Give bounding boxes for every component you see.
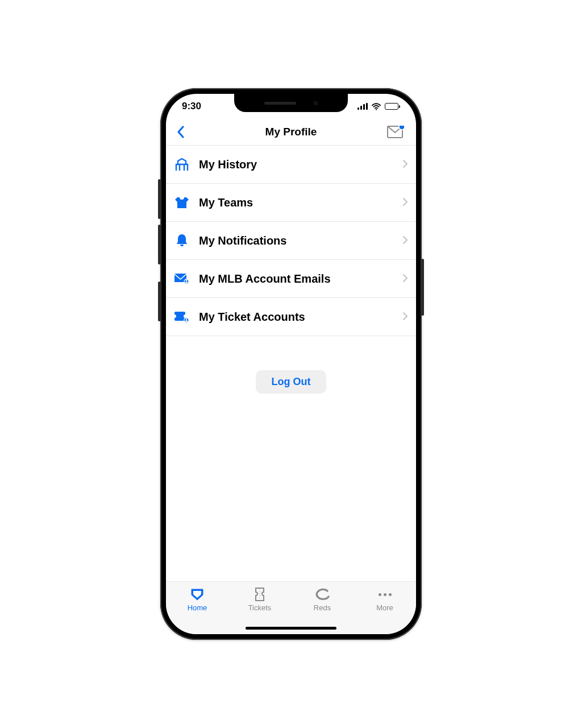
nav-header: My Profile [166,119,416,146]
row-my-ticket-accounts[interactable]: My Ticket Accounts [166,298,416,336]
home-plate-icon [190,588,205,601]
mail-user-icon [174,272,190,286]
profile-menu: My History My Teams [166,146,416,336]
logout-button[interactable]: Log Out [256,370,327,394]
bell-icon [174,233,190,248]
phone-frame: 9:30 [160,88,422,640]
chevron-right-icon [402,311,408,324]
cellular-icon [357,103,368,110]
chevron-right-icon [402,158,408,171]
row-label: My History [199,158,393,171]
stadium-icon [174,158,190,171]
svg-point-6 [186,318,188,320]
inbox-button[interactable] [384,119,407,145]
more-dots-icon [377,588,393,601]
tab-more[interactable]: More [354,582,416,634]
tab-label: Tickets [248,603,272,612]
logout-section: Log Out [166,336,416,394]
row-label: My MLB Account Emails [199,272,393,286]
chevron-right-icon [402,234,408,247]
svg-point-2 [399,126,404,130]
svg-point-5 [184,318,189,322]
svg-point-4 [186,280,188,282]
wifi-icon [371,103,381,110]
tab-label: Reds [314,603,331,612]
row-label: My Ticket Accounts [199,311,393,324]
ticket-user-icon [174,309,190,324]
team-c-icon [315,588,330,601]
tab-label: More [376,603,393,612]
device-notch [234,94,348,112]
page-title: My Profile [265,126,317,138]
envelope-badge-icon [387,126,404,138]
row-my-history[interactable]: My History [166,146,416,184]
home-indicator [246,627,336,630]
tab-home[interactable]: Home [166,582,228,634]
chevron-left-icon [176,125,185,139]
row-my-mlb-account-emails[interactable]: My MLB Account Emails [166,260,416,298]
svg-point-0 [376,109,377,110]
row-label: My Teams [199,196,393,209]
ticket-icon [253,588,266,601]
tab-label: Home [188,603,207,612]
status-time: 9:30 [182,101,201,112]
jersey-icon [174,196,190,209]
chevron-right-icon [402,196,408,209]
chevron-right-icon [402,272,408,286]
battery-icon [385,103,400,110]
back-button[interactable] [169,119,192,145]
row-my-teams[interactable]: My Teams [166,184,416,222]
screen: 9:30 [166,94,416,634]
row-my-notifications[interactable]: My Notifications [166,222,416,260]
row-label: My Notifications [199,234,393,247]
